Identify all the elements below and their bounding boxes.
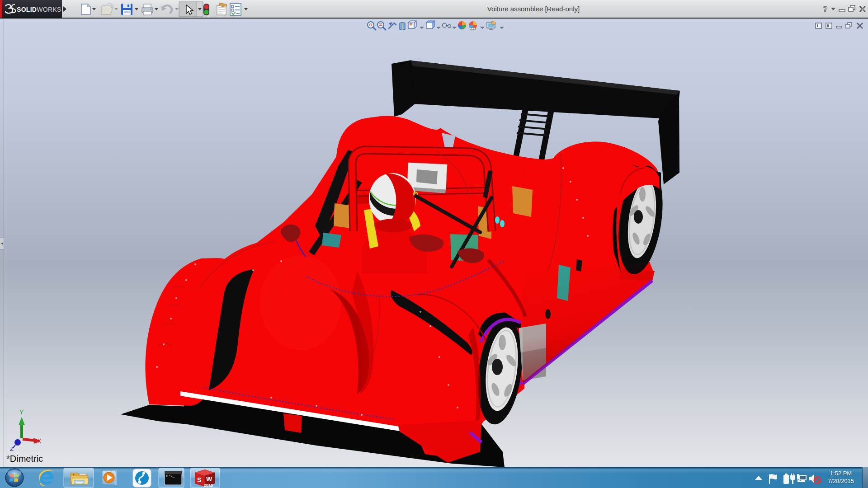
svg-text:X: X xyxy=(37,437,42,445)
svg-text:C:\_: C:\_ xyxy=(166,474,175,478)
svg-text:S: S xyxy=(197,476,201,483)
svg-text:?: ? xyxy=(823,5,827,14)
svg-text:W: W xyxy=(206,475,212,483)
svg-text:Z: Z xyxy=(10,446,14,451)
svg-text:Y: Y xyxy=(19,408,24,416)
svg-text:2015: 2015 xyxy=(204,483,213,488)
